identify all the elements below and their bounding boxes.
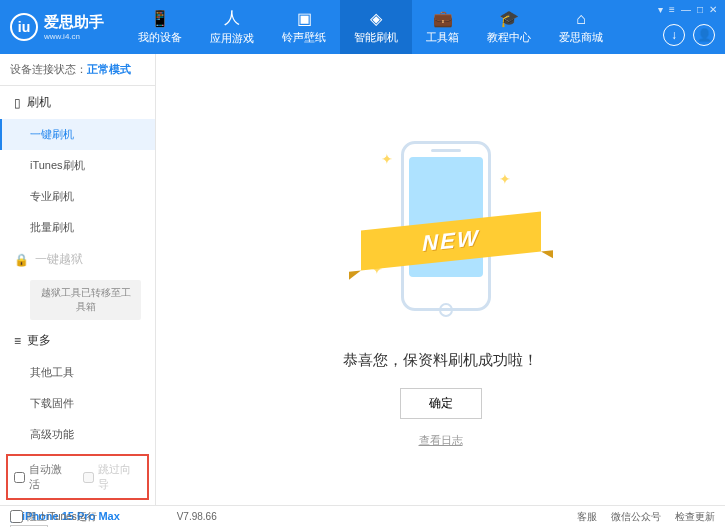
menu-icon[interactable]: ≡ <box>669 4 675 15</box>
sidebar: 设备连接状态：正常模式 ▯刷机 一键刷机 iTunes刷机 专业刷机 批量刷机 … <box>0 54 156 505</box>
nav-tutorials[interactable]: 🎓教程中心 <box>473 0 545 54</box>
minimize-icon[interactable]: — <box>681 4 691 15</box>
section-jailbreak: 🔒一键越狱 <box>0 243 155 276</box>
window-controls: ▾ ≡ — □ ✕ <box>658 4 717 15</box>
sidebar-item-pro-flash[interactable]: 专业刷机 <box>0 181 155 212</box>
nav-ringtones[interactable]: ▣铃声壁纸 <box>268 0 340 54</box>
logo-icon: iu <box>10 13 38 41</box>
sidebar-item-other-tools[interactable]: 其他工具 <box>0 357 155 388</box>
section-flash[interactable]: ▯刷机 <box>0 86 155 119</box>
sidebar-item-onekey-flash[interactable]: 一键刷机 <box>0 119 155 150</box>
view-log-link[interactable]: 查看日志 <box>419 433 463 448</box>
footer-check-update[interactable]: 检查更新 <box>675 510 715 524</box>
jailbreak-moved-note: 越狱工具已转移至工具箱 <box>30 280 141 320</box>
confirm-button[interactable]: 确定 <box>400 388 482 419</box>
top-nav: 📱我的设备 人应用游戏 ▣铃声壁纸 ◈智能刷机 💼工具箱 🎓教程中心 ⌂爱思商城 <box>124 0 617 54</box>
phone-illustration: ✦ ✦ ✦ NEW <box>371 131 511 331</box>
download-button[interactable]: ↓ <box>663 24 685 46</box>
nav-toolbox[interactable]: 💼工具箱 <box>412 0 473 54</box>
footer-wechat[interactable]: 微信公众号 <box>611 510 661 524</box>
auto-activate-checkbox[interactable]: 自动激活 <box>14 462 73 492</box>
footer-support[interactable]: 客服 <box>577 510 597 524</box>
app-header: iu 爱思助手 www.i4.cn 📱我的设备 人应用游戏 ▣铃声壁纸 ◈智能刷… <box>0 0 725 54</box>
dropdown-icon[interactable]: ▾ <box>658 4 663 15</box>
phone-icon: 📱 <box>150 9 170 28</box>
sidebar-item-download-firmware[interactable]: 下载固件 <box>0 388 155 419</box>
options-highlight-box: 自动激活 跳过向导 <box>6 454 149 500</box>
block-itunes-checkbox[interactable]: 阻止iTunes运行 <box>10 510 97 524</box>
maximize-icon[interactable]: □ <box>697 4 703 15</box>
main-content: ✦ ✦ ✦ NEW 恭喜您，保资料刷机成功啦！ 确定 查看日志 <box>156 54 725 505</box>
version-label: V7.98.66 <box>177 511 217 522</box>
sidebar-item-batch-flash[interactable]: 批量刷机 <box>0 212 155 243</box>
app-url: www.i4.cn <box>44 32 104 41</box>
sidebar-item-itunes-flash[interactable]: iTunes刷机 <box>0 150 155 181</box>
flash-icon: ◈ <box>370 9 382 28</box>
nav-store[interactable]: ⌂爱思商城 <box>545 0 617 54</box>
lock-icon: 🔒 <box>14 253 29 267</box>
wallpaper-icon: ▣ <box>297 9 312 28</box>
nav-smart-flash[interactable]: ◈智能刷机 <box>340 0 412 54</box>
close-icon[interactable]: ✕ <box>709 4 717 15</box>
header-action-circles: ↓ 👤 <box>663 24 715 46</box>
skip-guide-checkbox[interactable]: 跳过向导 <box>83 462 142 492</box>
apps-icon: 人 <box>224 8 240 29</box>
user-button[interactable]: 👤 <box>693 24 715 46</box>
section-more[interactable]: ≡更多 <box>0 324 155 357</box>
app-name: 爱思助手 <box>44 13 104 32</box>
device-status: 设备连接状态：正常模式 <box>0 54 155 86</box>
logo: iu 爱思助手 www.i4.cn <box>10 13 104 41</box>
more-icon: ≡ <box>14 334 21 348</box>
flash-section-icon: ▯ <box>14 96 21 110</box>
store-icon: ⌂ <box>576 10 586 28</box>
success-message: 恭喜您，保资料刷机成功啦！ <box>343 351 538 370</box>
tutorial-icon: 🎓 <box>499 9 519 28</box>
toolbox-icon: 💼 <box>433 9 453 28</box>
sidebar-item-advanced[interactable]: 高级功能 <box>0 419 155 450</box>
nav-apps-games[interactable]: 人应用游戏 <box>196 0 268 54</box>
nav-my-device[interactable]: 📱我的设备 <box>124 0 196 54</box>
